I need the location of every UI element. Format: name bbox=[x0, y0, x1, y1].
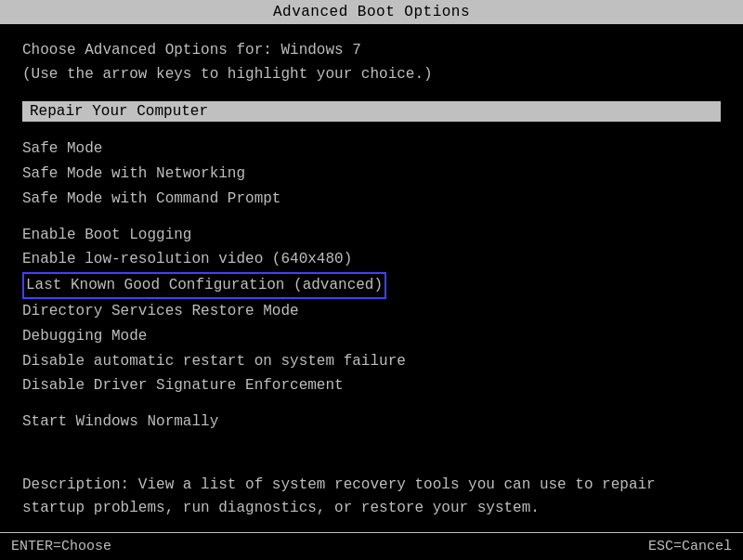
menu-item-label: Disable Driver Signature Enforcement bbox=[22, 377, 344, 394]
list-item[interactable]: Disable automatic restart on system fail… bbox=[22, 349, 721, 374]
menu-item-label: Disable automatic restart on system fail… bbox=[22, 353, 406, 370]
screen: Advanced Boot Options Choose Advanced Op… bbox=[0, 0, 743, 560]
menu-item-label: Safe Mode with Command Prompt bbox=[22, 190, 280, 207]
footer: ENTER=Choose ESC=Cancel bbox=[0, 532, 743, 560]
list-item[interactable]: Debugging Mode bbox=[22, 324, 721, 349]
description: Description: View a list of system recov… bbox=[22, 474, 721, 521]
list-item[interactable]: Directory Services Restore Mode bbox=[22, 299, 721, 324]
menu-item-label: Safe Mode with Networking bbox=[22, 165, 245, 182]
intro-line1: Choose Advanced Options for: Windows 7 bbox=[22, 39, 721, 63]
list-item[interactable]: Enable Boot Logging bbox=[22, 223, 721, 248]
list-item[interactable]: Disable Driver Signature Enforcement bbox=[22, 373, 721, 398]
menu-item-label: Enable Boot Logging bbox=[22, 227, 191, 243]
menu-item-label: Start Windows Normally bbox=[22, 413, 218, 430]
menu-item-label: Enable low-resolution video (640x480) bbox=[22, 251, 352, 267]
menu-item-label: Debugging Mode bbox=[22, 328, 147, 345]
menu-items: Safe Mode Safe Mode with Networking Safe… bbox=[22, 137, 721, 435]
title-bar: Advanced Boot Options bbox=[0, 0, 743, 24]
selected-menu-item[interactable]: Last Known Good Configuration (advanced) bbox=[22, 272, 386, 299]
list-item[interactable]: Enable low-resolution video (640x480) bbox=[22, 247, 721, 272]
footer-esc: ESC=Cancel bbox=[648, 539, 732, 554]
description-line1: Description: View a list of system recov… bbox=[22, 474, 721, 498]
spacer bbox=[22, 212, 721, 223]
spacer bbox=[22, 398, 721, 410]
list-item[interactable]: Safe Mode with Networking bbox=[22, 162, 721, 187]
list-item[interactable]: Start Windows Normally bbox=[22, 410, 721, 435]
menu-item-label: Safe Mode bbox=[22, 140, 102, 157]
repair-computer-option[interactable]: Repair Your Computer bbox=[22, 101, 721, 122]
description-line2: startup problems, run diagnostics, or re… bbox=[22, 497, 721, 521]
list-item[interactable]: Safe Mode with Command Prompt bbox=[22, 187, 721, 212]
intro-text: Choose Advanced Options for: Windows 7 (… bbox=[22, 39, 721, 86]
intro-line2: (Use the arrow keys to highlight your ch… bbox=[22, 63, 721, 87]
content-area: Choose Advanced Options for: Windows 7 (… bbox=[0, 24, 743, 532]
title-text: Advanced Boot Options bbox=[273, 4, 470, 20]
footer-enter: ENTER=Choose bbox=[11, 539, 111, 554]
menu-item-label: Directory Services Restore Mode bbox=[22, 303, 299, 319]
list-item[interactable]: Safe Mode bbox=[22, 137, 721, 162]
list-item[interactable]: Last Known Good Configuration (advanced) bbox=[22, 272, 721, 299]
